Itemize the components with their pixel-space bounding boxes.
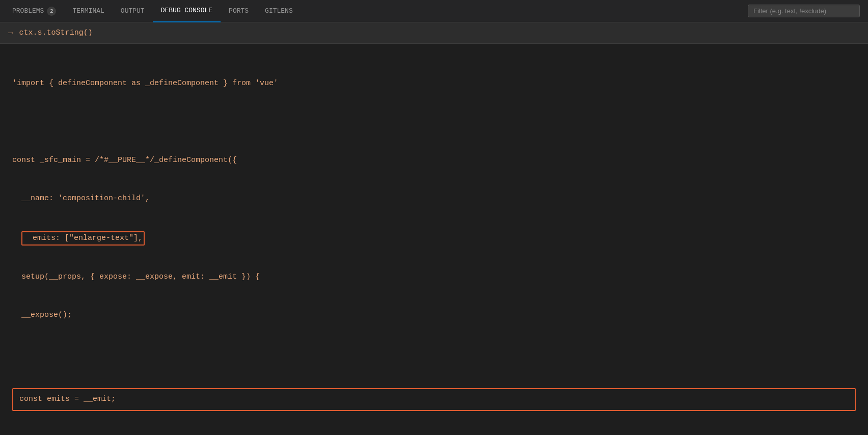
code-line-7: __expose();: [12, 309, 856, 322]
expression-text: ctx.s.toString(): [19, 29, 93, 37]
tab-terminal[interactable]: TERMINAL: [64, 0, 112, 22]
tab-ports[interactable]: PORTS: [221, 0, 257, 22]
code-line-5: emits: ["enlarge-text"],: [12, 231, 856, 246]
code-line-3: const _sfc_main = /*#__PURE__*/_defineCo…: [12, 154, 856, 168]
arrow-icon: →: [8, 29, 13, 38]
code-line-4: __name: 'composition-child',: [12, 193, 856, 206]
tab-gitlens[interactable]: GITLENS: [257, 0, 301, 22]
code-line-6: setup(__props, { expose: __expose, emit:…: [12, 271, 856, 284]
const-emits-block: const emits = __emit;: [12, 388, 856, 411]
emits-highlight: emits: ["enlarge-text"],: [21, 231, 145, 246]
code-line-1: 'import { defineComponent as _defineComp…: [12, 77, 856, 91]
tab-debug-console[interactable]: DEBUG CONSOLE: [153, 0, 221, 22]
code-line-empty-1: [12, 116, 856, 129]
tab-problems[interactable]: PROBLEMS 2: [4, 0, 64, 22]
code-line-empty-2: [12, 348, 856, 361]
tab-bar: PROBLEMS 2 TERMINAL OUTPUT DEBUG CONSOLE…: [0, 0, 868, 22]
problems-badge: 2: [47, 7, 56, 16]
code-output: 'import { defineComponent as _defineComp…: [0, 44, 868, 435]
tab-output[interactable]: OUTPUT: [113, 0, 153, 22]
filter-input[interactable]: [748, 5, 860, 17]
expression-bar: → ctx.s.toString(): [0, 22, 868, 44]
